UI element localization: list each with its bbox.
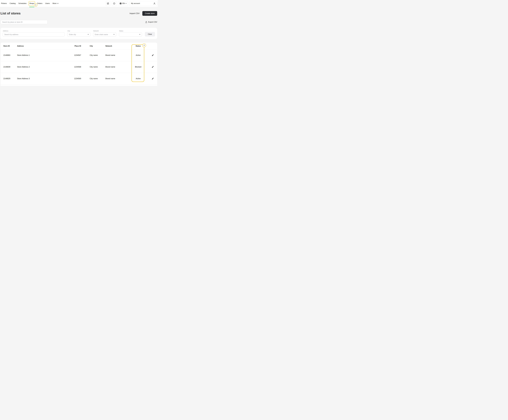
clear-filters-button[interactable]: Clear — [145, 32, 155, 37]
col-header-store-id: Store ID — [3, 45, 17, 47]
cell-place-id: 1234567 — [65, 54, 81, 56]
active-tab-indicator — [29, 7, 34, 7]
page-header: List of stores Import CSV Create store — [0, 11, 157, 16]
page-header-actions: Import CSV Create store — [130, 11, 157, 16]
search-row: Export CSV — [0, 20, 157, 24]
caret-down-icon — [88, 34, 89, 35]
status-filter-label: Status — [119, 30, 142, 32]
export-csv-label: Export CSV — [148, 21, 157, 23]
nav-item-users[interactable]: Users — [45, 2, 50, 5]
stores-table: Store ID Address Place ID City Network S… — [0, 43, 157, 86]
table-row: 2146839 Store Address 2 1234568 City nam… — [0, 61, 157, 73]
nav-item-orders[interactable]: Orders — [37, 2, 42, 5]
status-filter-group: Status — [119, 30, 142, 37]
caret-down-icon — [139, 34, 140, 35]
city-filter-label: City — [67, 30, 90, 32]
chevron-down-icon — [125, 3, 127, 4]
main-content: List of stores Import CSV Create store E… — [0, 11, 158, 86]
edit-note-icon — [107, 2, 109, 5]
cell-status: Active — [132, 78, 145, 80]
account-label: My account — [131, 2, 140, 4]
cell-status: Blocked — [132, 66, 145, 68]
caret-down-icon — [113, 34, 115, 35]
globe-icon — [119, 2, 122, 5]
info-icon — [113, 2, 115, 5]
language-selector[interactable]: EN — [118, 1, 128, 6]
address-filter-input[interactable] — [3, 32, 65, 37]
annotation-badge-1: 1 — [34, 3, 37, 7]
filters-panel: Address City Enter city Network Enter ch… — [0, 28, 157, 39]
nav-item-more[interactable]: More — [52, 2, 59, 5]
upload-icon — [145, 21, 147, 23]
chevron-down-icon — [57, 3, 59, 4]
address-filter-label: Address — [3, 30, 65, 32]
primary-nav: Pickers Catalog Schedules Shops 1 Orders… — [1, 2, 59, 5]
cell-address: Store Address 1 — [17, 54, 65, 56]
cell-city: City name — [81, 66, 105, 68]
network-filter-label: Network — [93, 30, 116, 32]
network-filter-placeholder: Enter chain name — [95, 34, 108, 36]
cell-network: Brand name — [105, 54, 132, 56]
nav-actions: EN My account — [106, 1, 157, 6]
cell-address: Store Address 2 — [17, 66, 65, 68]
edit-store-button[interactable] — [152, 54, 154, 56]
info-button[interactable] — [112, 1, 117, 6]
top-navigation-bar: Pickers Catalog Schedules Shops 1 Orders… — [0, 0, 158, 7]
my-account-button[interactable]: My account — [129, 1, 157, 6]
compose-button[interactable] — [106, 1, 110, 6]
cell-store-id: 2146860 — [3, 54, 17, 56]
network-filter-group: Network Enter chain name — [93, 30, 116, 37]
cell-address: Store Address 3 — [17, 78, 65, 80]
create-store-button[interactable]: Create store — [142, 11, 157, 16]
table-row: 2146829 Store Address 3 1234569 City nam… — [0, 73, 157, 84]
cell-store-id: 2146829 — [3, 78, 17, 80]
cell-status: Active — [132, 54, 145, 56]
pencil-icon — [152, 66, 154, 68]
edit-store-button[interactable] — [152, 77, 154, 80]
col-header-place-id: Place ID — [65, 45, 81, 47]
edit-store-button[interactable] — [152, 66, 154, 68]
cell-actions — [145, 77, 154, 80]
pencil-icon — [152, 54, 154, 56]
city-filter-placeholder: Enter city — [69, 34, 76, 36]
col-header-status: Status — [132, 45, 145, 47]
nav-item-catalog[interactable]: Catalog — [10, 2, 16, 5]
network-filter-select[interactable]: Enter chain name — [93, 32, 116, 37]
export-csv-button[interactable]: Export CSV — [145, 21, 157, 23]
cell-actions — [145, 66, 154, 68]
nav-item-schedules[interactable]: Schedules — [18, 2, 26, 5]
nav-item-more-label: More — [52, 2, 57, 4]
page-title: List of stores — [0, 12, 21, 15]
address-filter-group: Address — [3, 30, 65, 37]
nav-item-shops[interactable]: Shops 1 — [29, 2, 34, 5]
nav-item-shops-label: Shops — [29, 2, 34, 4]
nav-item-pickers[interactable]: Pickers — [1, 2, 7, 5]
language-label: EN — [122, 3, 125, 4]
table-row: 2146860 Store Address 1 1234567 City nam… — [0, 49, 157, 61]
import-csv-button[interactable]: Import CSV — [130, 12, 140, 15]
table-header-row: Store ID Address Place ID City Network S… — [0, 43, 157, 49]
cell-city: City name — [81, 54, 105, 56]
cell-place-id: 1234569 — [65, 78, 81, 80]
city-filter-select[interactable]: Enter city — [67, 32, 90, 37]
cell-store-id: 2146839 — [3, 66, 17, 68]
status-filter-select[interactable] — [119, 32, 142, 37]
col-header-network: Network — [105, 45, 132, 47]
cell-place-id: 1234568 — [65, 66, 81, 68]
city-filter-group: City Enter city — [67, 30, 90, 37]
cell-actions — [145, 54, 154, 56]
cell-network: Brand name — [105, 66, 132, 68]
cell-city: City name — [81, 78, 105, 80]
pencil-icon — [152, 77, 154, 80]
cell-network: Brand name — [105, 78, 132, 80]
col-header-address: Address — [17, 45, 65, 47]
person-icon — [153, 2, 155, 5]
col-header-city: City — [81, 45, 105, 47]
store-search-input[interactable] — [0, 20, 48, 24]
